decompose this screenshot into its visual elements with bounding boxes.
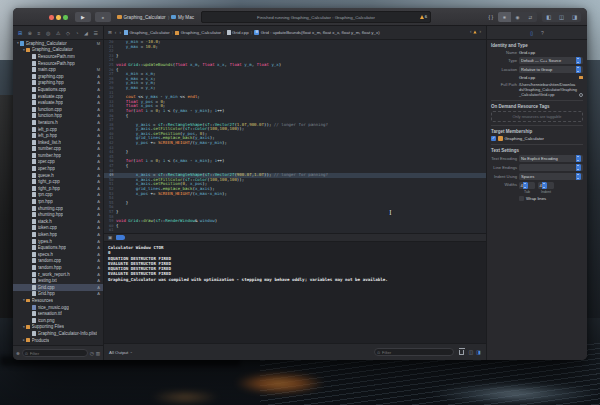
file-row[interactable]: random.hppA xyxy=(13,264,103,271)
debug-console[interactable]: Calculator Window CTOR0EQUATION DESTRUCT… xyxy=(104,242,486,343)
file-row[interactable]: oper.hppA xyxy=(13,165,103,172)
file-row[interactable]: icon.png xyxy=(13,317,103,324)
file-row[interactable]: specs.hA xyxy=(13,251,103,258)
choose-location-folder-icon[interactable] xyxy=(579,76,584,80)
jumpbar-control-1[interactable]: ‹ xyxy=(115,30,117,35)
jumpbar-control-2[interactable]: › xyxy=(119,30,121,35)
navigator-strip-icon-1[interactable]: ⊗ xyxy=(28,30,32,36)
file-row[interactable]: Equations.hppA xyxy=(13,244,103,251)
file-row[interactable]: Iterators.hA xyxy=(13,119,103,126)
file-row[interactable]: Equations.cppA xyxy=(13,86,103,93)
navigator-strip-icon-7[interactable]: ◢ xyxy=(84,30,88,36)
breadcrumb-item[interactable]: MGrid : updateBounds(float x_m, float x_… xyxy=(254,30,379,35)
editor-segment-icon-2[interactable]: ⇄ xyxy=(524,12,537,22)
wrap-lines-checkbox[interactable] xyxy=(519,196,524,201)
code-review-button[interactable]: { } xyxy=(488,15,493,20)
navigator-strip-icon-5[interactable]: ◇ xyxy=(66,30,70,36)
file-row[interactable]: z_work_report.hA xyxy=(13,271,103,278)
file-row[interactable]: Grid.hppA xyxy=(13,291,103,298)
file-row[interactable]: number.hppA xyxy=(13,152,103,159)
navigator-strip-icon-0[interactable]: ⊞ xyxy=(18,30,22,36)
issue-navigation[interactable]: ‹ › xyxy=(470,29,481,34)
file-row[interactable]: function.hppA xyxy=(13,113,103,120)
type-dropdown[interactable]: Default — C++ Source xyxy=(519,57,583,64)
stop-button[interactable]: ■ xyxy=(95,12,111,22)
recent-files-icon[interactable]: ◷ xyxy=(90,351,94,356)
file-row[interactable]: Grid.cppA xyxy=(13,284,103,291)
next-issue-button[interactable]: › xyxy=(479,29,481,34)
quick-help-tab[interactable]: ? xyxy=(541,30,544,36)
file-row[interactable]: oper.cppA xyxy=(13,159,103,166)
activity-viewer[interactable]: Finished running Graphing_Calculator : G… xyxy=(201,11,431,23)
file-row[interactable]: token.hppA xyxy=(13,231,103,238)
navigator-filter-input[interactable] xyxy=(30,351,85,356)
file-row[interactable]: number.cppA xyxy=(13,146,103,153)
file-row[interactable]: right_p.cppA xyxy=(13,178,103,185)
file-row[interactable]: Graphing_Calculator-Info.plist xyxy=(13,330,103,337)
navigator-strip-icon-4[interactable]: ⚠ xyxy=(56,30,60,36)
file-row[interactable]: function.cppA xyxy=(13,106,103,113)
file-row[interactable]: evaluate.cppA xyxy=(13,93,103,100)
titlebar[interactable]: ▶ ■ Graphing_Calculator ⟩ My Mac Finishe… xyxy=(13,8,587,26)
file-row[interactable]: random.cppA xyxy=(13,258,103,265)
file-row[interactable]: ▾Graphing_CalculatorM xyxy=(13,40,103,47)
project-navigator[interactable]: ▾Graphing_CalculatorM▾Graphing_Calculato… xyxy=(13,40,104,345)
line-endings-dropdown[interactable] xyxy=(519,164,583,171)
console-view-toggle-icon[interactable]: ◨ xyxy=(476,349,481,355)
tab-width-stepper[interactable]: 4 xyxy=(519,182,535,189)
file-row[interactable]: ResourcePath.mm xyxy=(13,53,103,60)
console-filter-field[interactable]: ⊙ xyxy=(374,348,454,356)
file-row[interactable]: types.hA xyxy=(13,238,103,245)
indent-width-stepper[interactable]: 4 xyxy=(538,182,554,189)
file-inspector-tab[interactable]: ▯ xyxy=(530,30,533,36)
file-row[interactable]: shunting.cppA xyxy=(13,205,103,212)
navigator-strip-icon-8[interactable]: ☰ xyxy=(93,30,97,36)
file-row[interactable]: sensation.ttf xyxy=(13,310,103,317)
close-window-button[interactable] xyxy=(49,15,54,20)
file-row[interactable]: ▾Supporting Files xyxy=(13,324,103,331)
zoom-window-button[interactable] xyxy=(63,15,68,20)
file-row[interactable]: evaluate.hppA xyxy=(13,99,103,106)
jumpbar-control-0[interactable]: ⊞ xyxy=(108,30,112,35)
file-row[interactable]: right_p.hppA xyxy=(13,185,103,192)
source-editor[interactable]: 20 y_min = -10.0;21 y_max = 10.0;2223}24… xyxy=(104,40,486,233)
file-row[interactable]: rpn.hppA xyxy=(13,198,103,205)
editor-segment-icon-0[interactable]: ≡ xyxy=(498,12,511,22)
view-toggle-icon-2[interactable]: ◨ xyxy=(568,12,581,22)
file-row[interactable]: graphing.hppA xyxy=(13,80,103,87)
file-row[interactable]: left_p.hppA xyxy=(13,132,103,139)
file-row[interactable]: linked_list.hA xyxy=(13,139,103,146)
warning-badge[interactable]: 6 xyxy=(420,14,427,19)
editor-segment-icon-1[interactable]: ◉ xyxy=(511,12,524,22)
prev-issue-button[interactable]: ‹ xyxy=(470,29,472,34)
file-row[interactable]: left_p.cppA xyxy=(13,126,103,133)
hide-debug-area-icon[interactable]: ▣ xyxy=(108,235,112,240)
reveal-in-finder-icon[interactable]: → xyxy=(579,93,584,98)
scheme-selector[interactable]: Graphing_Calculator ⟩ My Mac xyxy=(117,12,194,22)
file-row[interactable]: ResourcePath.hpp xyxy=(13,60,103,67)
breadcrumb-item[interactable]: Graphing_Calculator xyxy=(175,30,221,35)
run-button[interactable]: ▶ xyxy=(75,12,91,22)
indent-using-dropdown[interactable]: Spaces xyxy=(519,173,583,180)
console-scope-selector[interactable]: All Output ⌄ xyxy=(109,350,133,355)
file-row[interactable]: ▸Products xyxy=(13,337,103,344)
target-membership-checkbox[interactable]: ✓ xyxy=(491,136,496,141)
jump-bar[interactable]: ⊞‹›Graphing_Calculator⟩Graphing_Calculat… xyxy=(104,26,486,40)
file-row[interactable]: token.cppA xyxy=(13,225,103,232)
file-row[interactable]: nice_music.ogg xyxy=(13,304,103,311)
clear-console-icon[interactable] xyxy=(459,350,464,355)
file-row[interactable]: shunting.hppA xyxy=(13,211,103,218)
file-row[interactable]: queue.hA xyxy=(13,172,103,179)
view-toggle-icon-0[interactable]: ◧ xyxy=(542,12,555,22)
file-row[interactable]: main.cppM xyxy=(13,66,103,73)
file-row[interactable]: ▾Graphing_Calculator xyxy=(13,47,103,54)
name-value[interactable]: Grid.cpp xyxy=(519,50,583,55)
navigator-strip-icon-3[interactable]: ◎ xyxy=(46,30,50,36)
navigator-strip-icon-6[interactable]: ◔ xyxy=(75,30,78,36)
file-row[interactable]: rpn.cppA xyxy=(13,192,103,199)
view-toggle-icon-1[interactable]: ◫ xyxy=(555,12,568,22)
source-control-status-icon[interactable]: ▥ xyxy=(96,351,100,356)
file-row[interactable]: ▾Resources xyxy=(13,297,103,304)
breadcrumb-item[interactable]: Graphing_Calculator xyxy=(124,30,170,35)
location-dropdown[interactable]: Relative to Group xyxy=(519,66,583,73)
